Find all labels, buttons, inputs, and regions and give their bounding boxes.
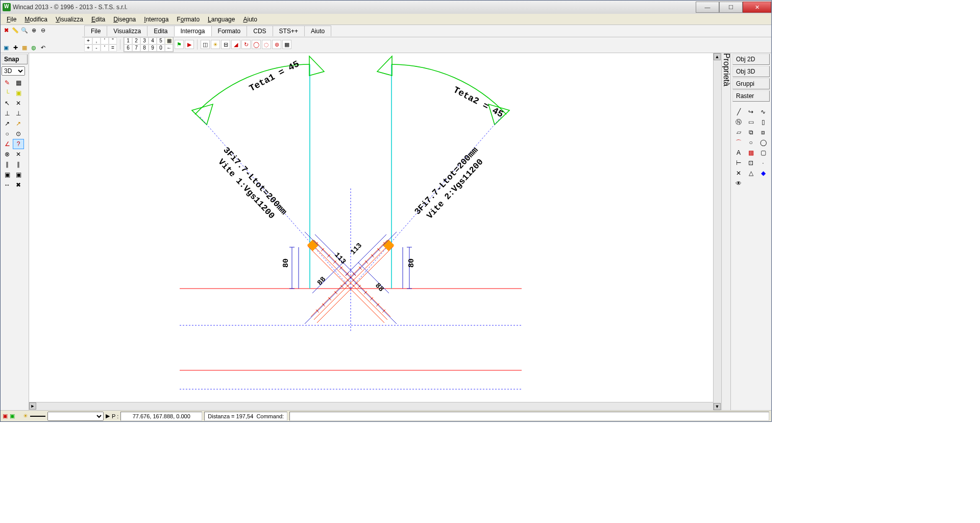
- draw-circle-icon[interactable]: ○: [745, 138, 756, 147]
- tab-interroga[interactable]: Interroga: [174, 26, 212, 36]
- tool-sel2-icon[interactable]: ☀: [211, 40, 220, 49]
- tab-file[interactable]: File: [84, 26, 107, 36]
- tool-undo-icon[interactable]: ↶: [39, 44, 46, 51]
- view-mode-select[interactable]: 3D: [2, 66, 25, 76]
- snap-arrow-icon[interactable]: ↔: [2, 180, 13, 190]
- tool-sel6-icon[interactable]: ◯: [252, 40, 261, 49]
- tab-obj2d[interactable]: Obj 2D: [732, 54, 770, 65]
- draw-line-icon[interactable]: ╱: [733, 107, 744, 116]
- horizontal-scrollbar[interactable]: ◄►: [29, 402, 713, 410]
- draw-fill-icon[interactable]: ▢: [757, 148, 769, 157]
- draw-pt-icon[interactable]: ·: [757, 158, 769, 168]
- close-button[interactable]: ✕: [743, 2, 771, 13]
- tool-plus-icon[interactable]: ✚: [12, 44, 19, 51]
- snap-none-icon[interactable]: ✖: [13, 180, 24, 190]
- tool-sel1-icon[interactable]: ◫: [201, 40, 210, 49]
- menu-interroga[interactable]: Interroga: [140, 15, 173, 24]
- tab-visualizza[interactable]: Visualizza: [107, 26, 148, 36]
- snap-par-icon[interactable]: ∥: [2, 159, 13, 170]
- tool-zoomout-icon[interactable]: ⊖: [39, 27, 46, 34]
- tab-raster[interactable]: Raster: [732, 90, 770, 102]
- tool-screen-icon[interactable]: ▣: [3, 44, 10, 51]
- draw-dot-icon[interactable]: ⊡: [745, 158, 756, 168]
- draw-curve-icon[interactable]: ∿: [757, 107, 769, 116]
- tool-tri-icon[interactable]: ▶: [185, 40, 194, 49]
- draw-ellipse-icon[interactable]: ◯: [757, 138, 769, 147]
- draw-tri-icon[interactable]: ▱: [733, 128, 744, 137]
- minimize-button[interactable]: —: [696, 2, 719, 13]
- draw-eye-icon[interactable]: 👁: [733, 179, 744, 188]
- tool-red-x-icon[interactable]: ✖: [3, 27, 10, 34]
- command-input[interactable]: [289, 412, 769, 421]
- menu-modifica[interactable]: Modifica: [20, 15, 52, 24]
- draw-hatch-icon[interactable]: ▩: [745, 148, 756, 157]
- menu-aiuto[interactable]: Aiuto: [239, 15, 261, 24]
- tool-sel5-icon[interactable]: ↻: [241, 40, 251, 49]
- draw-rect-icon[interactable]: ▭: [745, 117, 756, 127]
- snap-button[interactable]: Snap: [2, 54, 28, 64]
- snap-box-icon[interactable]: ▣: [13, 88, 24, 98]
- draw-arc-icon[interactable]: ⌒: [733, 138, 744, 147]
- tab-cds[interactable]: CDS: [247, 26, 273, 36]
- tab-proprieta[interactable]: Proprietà: [722, 53, 731, 86]
- tab-formato[interactable]: Formato: [211, 26, 248, 36]
- tab-aiuto[interactable]: Aiuto: [304, 26, 331, 36]
- menu-disegna[interactable]: Disegna: [109, 15, 140, 24]
- snap-win-icon[interactable]: ▣: [2, 170, 13, 180]
- menu-edita[interactable]: Edita: [87, 15, 109, 24]
- snap-sel1-icon[interactable]: ∠: [2, 139, 13, 149]
- tool-globe-icon[interactable]: ◍: [30, 44, 37, 51]
- draw-shape2-icon[interactable]: ⧈: [757, 128, 769, 137]
- tool-zoom-icon[interactable]: 🔍: [21, 27, 28, 34]
- menu-formato[interactable]: Formato: [173, 15, 204, 24]
- maximize-button[interactable]: ☐: [719, 2, 743, 13]
- status-sun-icon[interactable]: ☀: [23, 413, 28, 419]
- linetype-select[interactable]: [47, 412, 104, 421]
- snap-perp2-icon[interactable]: ⊥: [13, 108, 24, 118]
- snap-active-icon[interactable]: ?: [13, 139, 24, 149]
- tab-obj3d[interactable]: Obj 3D: [732, 66, 770, 77]
- tab-gruppi[interactable]: Gruppi: [732, 78, 770, 89]
- draw-ang2-icon[interactable]: △: [745, 169, 756, 178]
- draw-poly-icon[interactable]: Ⓝ: [733, 117, 744, 127]
- snap-node-icon[interactable]: ⊗: [2, 149, 13, 159]
- draw-dim-icon[interactable]: ⊢: [733, 158, 744, 168]
- snap-ext-icon[interactable]: ↗: [13, 118, 24, 129]
- tool-zoomin-icon[interactable]: ⊕: [30, 27, 37, 34]
- snap-endpoint-icon[interactable]: ✎: [2, 78, 13, 88]
- number-pad[interactable]: 12345▦ 67890←: [124, 37, 174, 52]
- tool-flag-icon[interactable]: ⚑: [175, 40, 184, 49]
- tab-edita[interactable]: Edita: [147, 26, 174, 36]
- draw-rect2-icon[interactable]: ▯: [757, 117, 769, 127]
- tool-sel9-icon[interactable]: ▦: [282, 40, 291, 49]
- tool-sel8-icon[interactable]: ⊛: [272, 40, 281, 49]
- draw-arrow-icon[interactable]: ↪: [745, 107, 756, 116]
- tool-sel4-icon[interactable]: ◢: [231, 40, 240, 49]
- snap-cen-icon[interactable]: ⊙: [13, 129, 24, 139]
- snap-x-icon[interactable]: ✕: [13, 98, 24, 108]
- status-arrow-icon[interactable]: ▶: [106, 413, 110, 419]
- snap-near-icon[interactable]: ↖: [2, 98, 13, 108]
- plusminus-grid[interactable]: +,'" +-'=: [84, 37, 117, 52]
- vertical-scrollbar[interactable]: ▲▼: [713, 53, 721, 410]
- snap-win2-icon[interactable]: ▣: [13, 170, 24, 180]
- snap-circ-icon[interactable]: ○: [2, 129, 13, 139]
- draw-shape-icon[interactable]: ⧉: [745, 128, 756, 137]
- snap-grid-icon[interactable]: ▦: [13, 78, 24, 88]
- draw-text-icon[interactable]: A: [733, 148, 744, 157]
- status-layer2-icon[interactable]: ▣: [10, 413, 15, 419]
- tab-stspp[interactable]: STS++: [273, 26, 305, 36]
- snap-tan-icon[interactable]: ↗: [2, 118, 13, 129]
- menu-file[interactable]: File: [3, 15, 20, 24]
- draw-ang-icon[interactable]: ✕: [733, 169, 744, 178]
- tool-layer-icon[interactable]: ▦: [21, 44, 28, 51]
- tool-ruler-icon[interactable]: 📏: [12, 27, 19, 34]
- menu-language[interactable]: Language: [204, 15, 239, 24]
- snap-corner-icon[interactable]: └: [2, 88, 13, 98]
- drawing-canvas[interactable]: Teta1 = 45 Teta2 = 45: [29, 53, 713, 410]
- tool-sel3-icon[interactable]: ⊟: [221, 40, 230, 49]
- status-layer1-icon[interactable]: ▣: [3, 413, 8, 419]
- snap-perp-icon[interactable]: ⊥: [2, 108, 13, 118]
- snap-par2-icon[interactable]: ∥: [13, 159, 24, 170]
- tool-sel7-icon[interactable]: ◌: [262, 40, 271, 49]
